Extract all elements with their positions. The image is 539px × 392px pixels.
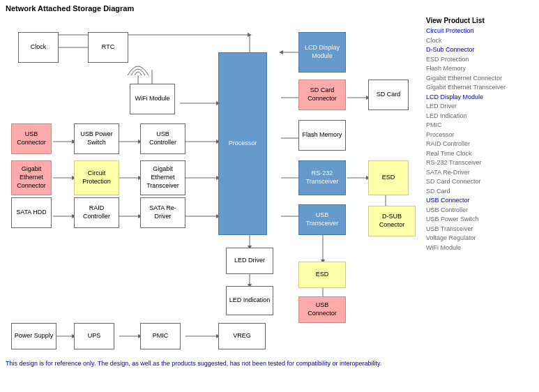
diagram-area: Clock RTC WiFi Module Processor LCD Disp… <box>6 14 422 356</box>
gigabit-eth-trans-block: Gigabit Ethernet Transceiver <box>140 160 185 195</box>
lcd-display-block: LCD Display Module <box>298 32 346 73</box>
sata-redriver-block: SATA Re-Driver <box>140 197 185 228</box>
product-list-item[interactable]: Voltage Regulator <box>426 234 529 243</box>
sata-hdd-block: SATA HDD <box>11 197 52 228</box>
usb-transceiver-block: USB Transceiver <box>298 204 346 235</box>
raid-controller-block: RAID Controller <box>74 197 119 228</box>
sd-card-block: SD Card <box>368 80 409 110</box>
vreg-block: VREG <box>218 323 266 349</box>
product-list-item[interactable]: USB Power Switch <box>426 215 529 225</box>
product-list-item[interactable]: Clock <box>426 36 529 46</box>
product-list-item[interactable]: Real Time Clock <box>426 149 529 159</box>
usb-connector-bottom-block: USB Connector <box>298 296 346 323</box>
disclaimer-text: This design is for reference only. The d… <box>6 360 381 367</box>
pmic-block: PMIC <box>140 323 181 349</box>
product-list-item[interactable]: Gigabit Ethernet Connector <box>426 74 529 84</box>
led-indication-block: LED Indication <box>226 286 273 315</box>
product-list-item[interactable]: Circuit Protection <box>426 27 529 36</box>
usb-connector-left-block: USB Connector <box>11 123 52 154</box>
product-list-item[interactable]: SD Card Connector <box>426 177 529 187</box>
power-supply-block: Power Supply <box>11 323 56 349</box>
product-list-title: View Product List <box>426 17 529 24</box>
product-list-item[interactable]: LCD Display Module <box>426 93 529 103</box>
product-list-item[interactable]: RAID Controller <box>426 140 529 149</box>
usb-power-switch-block: USB Power Switch <box>74 123 119 154</box>
product-list-item[interactable]: Gigabit Ethernet Transceiver <box>426 83 529 93</box>
product-list-item[interactable]: LED Driver <box>426 102 529 112</box>
product-list-item[interactable]: Flash Memory <box>426 64 529 74</box>
product-list-item[interactable]: PMIC <box>426 121 529 130</box>
rs232-trans-block: RS-232 Transceiver <box>298 160 346 195</box>
product-list-item[interactable]: LED Indication <box>426 112 529 121</box>
product-list-item[interactable]: RS-232 Transceiver <box>426 158 529 168</box>
dsub-connector-block: D-SUB Conector <box>368 206 416 236</box>
gigabit-eth-conn-block: Gigabit Ethernet Connector <box>11 160 52 195</box>
product-list-items: Circuit ProtectionClockD-Sub ConnectorES… <box>426 27 529 252</box>
product-list-item[interactable]: Processor <box>426 130 529 140</box>
product-list-item[interactable]: WiFi Module <box>426 243 529 253</box>
wifi-block: WiFi Module <box>130 84 175 114</box>
product-list-item[interactable]: USB Controller <box>426 206 529 216</box>
rtc-block: RTC <box>88 32 128 63</box>
product-list-item[interactable]: SATA Re-Driver <box>426 168 529 178</box>
led-driver-block: LED Driver <box>226 248 273 274</box>
page-title: Network Attached Storage Diagram <box>0 0 539 14</box>
clock-block: Clock <box>18 32 59 63</box>
usb-controller-block: USB Controller <box>140 123 185 154</box>
esd-right-block: ESD <box>368 160 409 195</box>
product-list-item[interactable]: D-Sub Connector <box>426 45 529 55</box>
esd-bottom-block: ESD <box>298 262 346 288</box>
product-list-item[interactable]: ESD Protection <box>426 55 529 65</box>
sd-card-connector-block: SD Card Connector <box>298 80 346 110</box>
product-list-item[interactable]: USB Connector <box>426 196 529 206</box>
arrows-svg <box>6 14 422 356</box>
circuit-protection-block: Circuit Protection <box>74 160 119 195</box>
flash-memory-block: Flash Memory <box>298 120 346 151</box>
processor-block: Processor <box>218 52 267 235</box>
disclaimer: This design is for reference only. The d… <box>0 356 418 371</box>
product-list: View Product List Circuit ProtectionCloc… <box>422 14 533 356</box>
product-list-item[interactable]: SD Card <box>426 187 529 197</box>
product-list-item[interactable]: USB Transceiver <box>426 225 529 234</box>
ups-block: UPS <box>74 323 114 349</box>
